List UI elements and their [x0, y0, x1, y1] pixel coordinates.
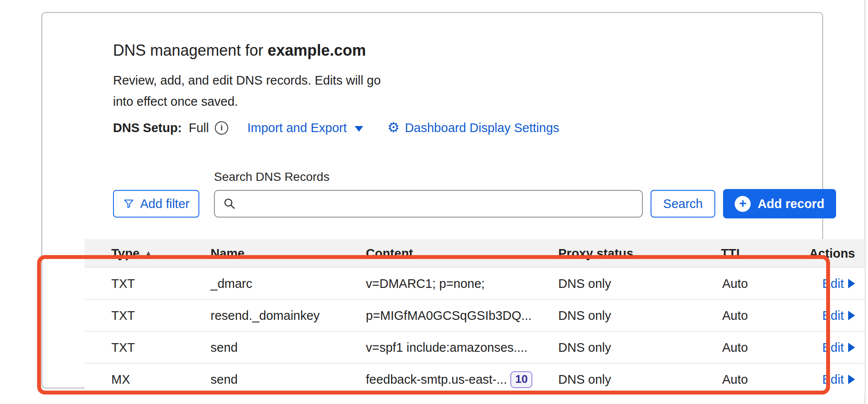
- dns-management-card: DNS management forexample.com Review, ad…: [41, 12, 823, 388]
- sort-ascending-icon: ▲: [145, 249, 152, 258]
- table-row: TXT _dmarc v=DMARC1; p=none; DNS only Au…: [85, 268, 865, 300]
- page-subtitle: Review, add, and edit DNS records. Edits…: [113, 70, 385, 112]
- table-row: MX send feedback-smtp.us-east-... 10 DNS…: [85, 363, 865, 395]
- edit-label: Edit: [822, 309, 844, 323]
- record-proxy-status: DNS only: [558, 300, 611, 331]
- record-proxy-status: DNS only: [558, 331, 611, 363]
- add-record-label: Add record: [758, 197, 824, 211]
- edit-label: Edit: [822, 341, 844, 355]
- info-icon[interactable]: i: [215, 121, 228, 135]
- record-ttl: Auto: [722, 300, 748, 331]
- chevron-right-icon: [848, 375, 855, 384]
- record-name: send: [211, 331, 238, 363]
- record-type: TXT: [111, 331, 135, 363]
- plus-icon: +: [735, 196, 751, 212]
- column-header-type-label: Type: [111, 246, 140, 261]
- column-header-ttl[interactable]: TTL: [721, 239, 744, 268]
- import-export-link[interactable]: Import and Export: [247, 121, 363, 135]
- column-header-name[interactable]: Name: [211, 239, 245, 268]
- search-button[interactable]: Search: [651, 190, 715, 218]
- record-content-text: feedback-smtp.us-east-...: [366, 372, 507, 387]
- edit-record-button[interactable]: Edit: [822, 341, 855, 355]
- record-ttl: Auto: [722, 268, 748, 300]
- edit-label: Edit: [822, 277, 844, 291]
- records-table-header: Type ▲ Name Content Proxy status TTL Act…: [85, 239, 865, 268]
- record-type: TXT: [111, 300, 135, 331]
- chevron-right-icon: [848, 311, 855, 320]
- search-button-label: Search: [663, 197, 703, 211]
- record-type: MX: [111, 363, 130, 395]
- dashboard-display-settings-link[interactable]: ⚙ Dashboard Display Settings: [387, 121, 560, 135]
- record-content: v=spf1 include:amazonses....: [366, 331, 528, 363]
- record-proxy-status: DNS only: [558, 363, 611, 395]
- mx-priority-badge: 10: [510, 371, 532, 388]
- record-name: send: [211, 363, 238, 395]
- column-header-content[interactable]: Content: [366, 239, 413, 268]
- dns-setup-value: Full: [189, 121, 209, 135]
- chevron-down-icon: [355, 126, 363, 132]
- search-records-label: Search DNS Records: [214, 170, 330, 184]
- gear-icon: ⚙: [387, 120, 400, 134]
- page-title-prefix: DNS management for: [113, 41, 263, 59]
- record-content: feedback-smtp.us-east-... 10: [366, 363, 532, 395]
- record-type: TXT: [111, 268, 135, 300]
- table-row: TXT send v=spf1 include:amazonses.... DN…: [85, 331, 865, 363]
- records-table-body: TXT _dmarc v=DMARC1; p=none; DNS only Au…: [85, 268, 865, 395]
- search-dns-records-input[interactable]: [214, 190, 643, 218]
- search-input-wrap: [214, 190, 643, 218]
- import-export-label: Import and Export: [247, 121, 347, 135]
- record-ttl: Auto: [722, 363, 748, 395]
- record-name: _dmarc: [211, 268, 252, 300]
- record-proxy-status: DNS only: [558, 268, 611, 300]
- record-content: p=MIGfMA0GCSqGSIb3DQ...: [366, 300, 531, 331]
- edit-record-button[interactable]: Edit: [822, 309, 855, 323]
- record-content: v=DMARC1; p=none;: [366, 268, 485, 300]
- chevron-right-icon: [848, 343, 855, 352]
- dns-management-page: DNS management forexample.com Review, ad…: [0, 0, 868, 404]
- dashboard-display-settings-label: Dashboard Display Settings: [405, 121, 559, 135]
- column-header-type[interactable]: Type ▲: [111, 239, 152, 268]
- add-filter-button[interactable]: Add filter: [113, 190, 199, 218]
- edit-record-button[interactable]: Edit: [822, 277, 855, 291]
- table-row: TXT resend._domainkey p=MIGfMA0GCSqGSIb3…: [85, 300, 865, 331]
- page-title: DNS management forexample.com: [113, 41, 366, 60]
- record-name: resend._domainkey: [211, 300, 320, 331]
- add-record-button[interactable]: + Add record: [723, 189, 836, 218]
- edit-record-button[interactable]: Edit: [822, 372, 855, 387]
- dns-setup-row: DNS Setup: Full i Import and Export ⚙ Da…: [113, 118, 559, 137]
- dns-setup-label: DNS Setup:: [113, 121, 182, 135]
- column-header-proxy-status[interactable]: Proxy status: [558, 239, 633, 268]
- filter-funnel-icon: [123, 198, 135, 210]
- chevron-right-icon: [848, 279, 855, 288]
- edit-label: Edit: [822, 372, 844, 387]
- add-filter-label: Add filter: [140, 197, 189, 211]
- page-title-domain: example.com: [267, 41, 366, 59]
- column-header-actions: Actions: [809, 239, 855, 268]
- record-ttl: Auto: [722, 331, 748, 363]
